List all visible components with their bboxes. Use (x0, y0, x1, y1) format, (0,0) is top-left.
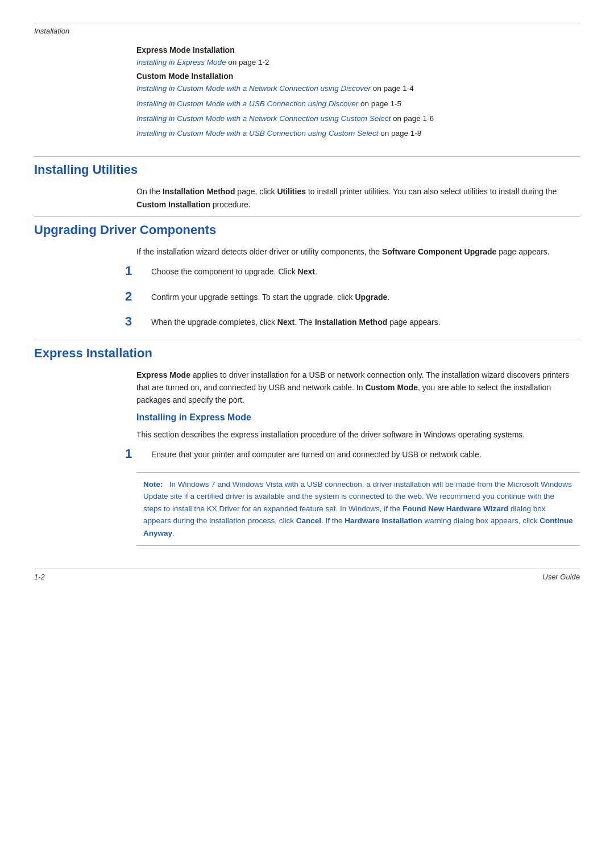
installing-utilities-title: Installing Utilities (34, 162, 580, 177)
bold-hardware-installation: Hardware Installation (345, 516, 422, 525)
bold-installation-method-3: Installation Method (315, 318, 388, 327)
express-installation-title: Express Installation (34, 346, 580, 361)
toc-express-link[interactable]: Installing in Express Mode (136, 58, 226, 66)
toc-custom-link-2[interactable]: Installing in Custom Mode with a USB Con… (136, 99, 358, 108)
toc-custom-item-4: Installing in Custom Mode with a USB Con… (136, 128, 580, 139)
toc-custom-item-3: Installing in Custom Mode with a Network… (136, 113, 580, 124)
upgrading-intro-para: If the installation wizard detects older… (136, 245, 580, 258)
installing-express-mode-title: Installing in Express Mode (136, 412, 580, 423)
note-label: Note: (143, 480, 163, 489)
header-divider (34, 23, 580, 23)
bold-custom-installation: Custom Installation (136, 200, 210, 209)
bold-upgrade: Upgrade (355, 293, 387, 302)
bold-custom-mode: Custom Mode (365, 383, 418, 392)
upgrading-divider (34, 216, 580, 217)
note-text: Note: In Windows 7 and Windows Vista wit… (143, 478, 573, 540)
toc-custom-item-1: Installing in Custom Mode with a Network… (136, 83, 580, 94)
upgrading-step-1: 1 Choose the component to upgrade. Click… (125, 264, 580, 278)
bold-utilities: Utilities (277, 187, 306, 196)
express-step-number-1: 1 (125, 446, 146, 461)
express-installation-body: Express Mode applies to driver installat… (136, 369, 580, 407)
note-box: Note: In Windows 7 and Windows Vista wit… (136, 472, 580, 546)
express-steps: 1 Ensure that your printer and computer … (125, 446, 580, 461)
upgrading-title: Upgrading Driver Components (34, 223, 580, 237)
toc-custom-heading: Custom Mode Installation (136, 72, 580, 81)
toc-express-heading: Express Mode Installation (136, 45, 580, 55)
express-step-text-1: Ensure that your printer and computer ar… (151, 446, 482, 461)
header-label: Installation (34, 27, 580, 35)
step-text-3: When the upgrade completes, click Next. … (151, 314, 441, 328)
toc-custom-suffix-3: on page 1-6 (393, 114, 434, 123)
upgrading-step-3: 3 When the upgrade completes, click Next… (125, 314, 580, 329)
express-step-1: 1 Ensure that your printer and computer … (125, 446, 580, 461)
express-mode-subsection-body: This section describes the express insta… (136, 428, 580, 441)
installing-utilities-para: On the Installation Method page, click U… (136, 185, 580, 211)
express-mode-subsection-para: This section describes the express insta… (136, 428, 580, 441)
step-text-1: Choose the component to upgrade. Click N… (151, 264, 317, 278)
step-number-2: 2 (125, 289, 146, 304)
toc-express-item: Installing in Express Mode on page 1-2 (136, 57, 580, 68)
utilities-divider (34, 156, 580, 157)
bold-cancel: Cancel (296, 516, 321, 525)
footer: 1-2 User Guide (34, 569, 580, 581)
upgrading-intro: If the installation wizard detects older… (136, 245, 580, 258)
toc-custom-suffix-2: on page 1-5 (360, 99, 401, 108)
upgrading-step-2: 2 Confirm your upgrade settings. To star… (125, 289, 580, 304)
installing-utilities-body: On the Installation Method page, click U… (136, 185, 580, 211)
express-divider (34, 340, 580, 340)
toc-custom-suffix-4: on page 1-8 (380, 129, 421, 137)
bold-next-3: Next (277, 318, 294, 327)
toc-express-page: on page 1-2 (228, 58, 269, 66)
footer-page: 1-2 (34, 573, 45, 581)
toc-custom-link-4[interactable]: Installing in Custom Mode with a USB Con… (136, 129, 378, 137)
toc-section: Express Mode Installation Installing in … (136, 45, 580, 139)
bold-found-new-hardware: Found New Hardware Wizard (403, 504, 508, 513)
toc-custom-suffix-1: on page 1-4 (373, 84, 414, 93)
upgrading-steps: 1 Choose the component to upgrade. Click… (125, 264, 580, 329)
express-installation-para: Express Mode applies to driver installat… (136, 369, 580, 407)
bold-express-mode: Express Mode (136, 370, 190, 379)
toc-custom-link-1[interactable]: Installing in Custom Mode with a Network… (136, 84, 371, 93)
footer-guide: User Guide (542, 573, 580, 581)
toc-custom-link-3[interactable]: Installing in Custom Mode with a Network… (136, 114, 391, 123)
bold-installation-method: Installation Method (163, 187, 235, 196)
toc-custom-item-2: Installing in Custom Mode with a USB Con… (136, 98, 580, 110)
bold-software-component: Software Component Upgrade (382, 247, 496, 256)
step-number-3: 3 (125, 314, 146, 329)
step-number-1: 1 (125, 264, 146, 278)
step-text-2: Confirm your upgrade settings. To start … (151, 289, 389, 303)
bold-next-1: Next (298, 267, 315, 276)
